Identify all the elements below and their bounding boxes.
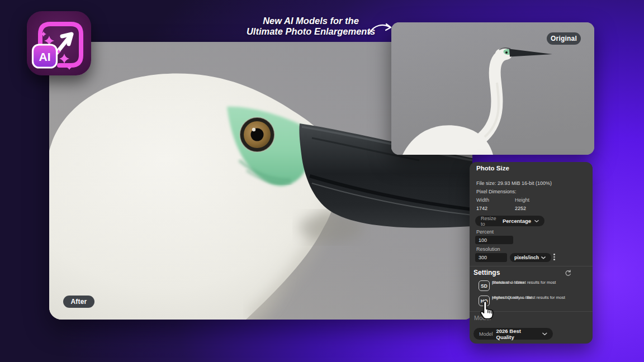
pixel-dimensions-label: Pixel Dimensions:	[476, 189, 517, 195]
kebab-menu-icon[interactable]	[553, 254, 555, 260]
app-logo: AI	[27, 11, 91, 75]
model-label: Model	[479, 331, 493, 337]
resolution-unit: pixels/inch	[514, 255, 539, 260]
resize-to-label: Resize to	[481, 216, 499, 227]
settings-title: Settings	[473, 269, 500, 277]
percent-label: Percent	[476, 229, 494, 235]
chevron-down-icon	[541, 256, 546, 259]
resize-to-value: Percentage	[503, 218, 531, 224]
after-badge: After	[63, 296, 94, 308]
photo-size-panel: Photo Size File size: 29.93 MiB 16-bit (…	[470, 162, 593, 344]
panel-title: Photo Size	[476, 165, 509, 172]
original-badge: Original	[547, 32, 581, 45]
divider	[470, 266, 593, 266]
model-dropdown[interactable]: Model 2026 Best Quality	[473, 328, 553, 340]
chevron-down-icon	[542, 332, 547, 336]
highest-line2: photos but not as fast	[492, 295, 532, 301]
height-value: 2252	[515, 206, 526, 211]
width-label: Width	[476, 197, 489, 203]
chevron-down-icon	[534, 220, 539, 223]
resolution-label: Resolution	[476, 246, 500, 252]
percent-input[interactable]	[475, 236, 513, 244]
resolution-input[interactable]	[475, 253, 507, 262]
ai-label: AI	[39, 50, 51, 63]
reset-icon[interactable]	[565, 269, 572, 277]
file-size-text: File size: 29.93 MiB 16-bit (100%)	[476, 180, 552, 187]
hand-pointer-cursor-icon	[477, 299, 496, 321]
model-value: 2026 Best Quality	[496, 328, 539, 340]
height-label: Height	[515, 197, 529, 203]
standard-quality-option[interactable]: SD	[479, 280, 490, 291]
enlarge-ai-icon: AI	[27, 11, 91, 75]
resolution-unit-dropdown[interactable]: pixels/inch	[510, 253, 551, 262]
curved-arrow-icon	[368, 21, 394, 36]
resize-to-dropdown[interactable]: Resize to Percentage	[475, 216, 544, 226]
width-value: 1742	[476, 206, 487, 211]
standard-line2: photos and faster	[492, 280, 524, 285]
